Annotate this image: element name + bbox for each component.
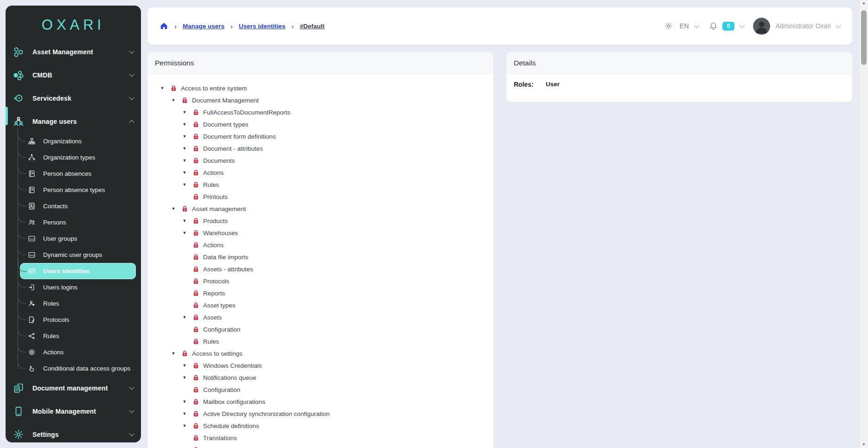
tree-item-printouts[interactable]: ▼Printouts xyxy=(147,191,493,203)
breadcrumb-link-users-identities[interactable]: Users identities xyxy=(239,23,286,30)
tree-item-label: Document - attributes xyxy=(203,145,263,152)
language-selector[interactable]: EN xyxy=(680,22,698,30)
tree-item-data-file-imports[interactable]: ▼Data file imports xyxy=(147,251,493,263)
tree-item-document-form-definitions[interactable]: ▼Document form definitions xyxy=(147,130,493,142)
tree-item-label: Asset types xyxy=(203,302,236,309)
sidebar-item-cmdb[interactable]: CMDB xyxy=(6,64,141,87)
lock-icon xyxy=(192,362,199,369)
tree-item-mailbox-configurations[interactable]: ▼Mailbox configurations xyxy=(147,396,493,408)
tree-item-configuration[interactable]: ▼Configuration xyxy=(147,384,493,396)
lock-icon xyxy=(192,193,199,200)
expander-icon[interactable]: ▼ xyxy=(182,171,187,175)
lock-icon xyxy=(192,109,199,116)
sidebar-item-label: Person absences xyxy=(43,170,91,177)
tree-item-warehouses[interactable]: ▼Warehouses xyxy=(147,227,493,239)
expander-icon[interactable]: ▼ xyxy=(182,364,187,368)
sidebar-item-mobile-management[interactable]: Mobile Management xyxy=(6,400,141,423)
tree-item-document-attributes[interactable]: ▼Document - attributes xyxy=(147,142,493,154)
expander-icon[interactable]: ▼ xyxy=(182,183,187,187)
expander-icon[interactable]: ▼ xyxy=(182,147,187,151)
user-groups-icon xyxy=(28,235,36,243)
sidebar-item-users-identities[interactable]: Users identities xyxy=(20,263,136,279)
tree-item-products[interactable]: ▼Products xyxy=(147,215,493,227)
sidebar-item-settings[interactable]: Settings xyxy=(6,423,141,446)
tree-item-rules[interactable]: ▼Rules xyxy=(147,179,493,191)
expander-icon[interactable]: ▼ xyxy=(182,412,187,416)
tree-item-protocols[interactable]: ▼Protocols xyxy=(147,275,493,287)
expander-icon[interactable]: ▼ xyxy=(160,86,165,90)
notifications-button[interactable]: 0 xyxy=(708,21,744,31)
expander-icon[interactable]: ▼ xyxy=(182,231,187,235)
actions-icon xyxy=(28,348,36,356)
chevron-down-icon xyxy=(836,23,841,28)
tree-item-document-types[interactable]: ▼Document types xyxy=(147,118,493,130)
expander-icon[interactable]: ▼ xyxy=(171,352,176,356)
expander-icon[interactable]: ▼ xyxy=(182,134,187,139)
tree-item-fullaccesstodocumentreports[interactable]: ▼FullAccessToDocumentReports xyxy=(147,106,493,118)
scrollbar-thumb[interactable] xyxy=(861,10,867,65)
tree-item-windows-credentials[interactable]: ▼Windows Credentials xyxy=(147,359,493,371)
lock-icon xyxy=(192,314,199,321)
tree-item-reports[interactable]: ▼Reports xyxy=(147,287,493,299)
sidebar-item-label: Protocols xyxy=(43,316,69,323)
lock-icon xyxy=(192,241,199,249)
tree-item-notifications-queue[interactable]: ▼Notifications queue xyxy=(147,371,493,384)
tree-item-label: Assets xyxy=(203,314,222,321)
tree-item-assets-attributes[interactable]: ▼Assets - attributes xyxy=(147,263,493,275)
sidebar-item-conditional-data-access-groups[interactable]: Conditional data access groups xyxy=(6,360,141,377)
sidebar-item-label: Actions xyxy=(43,349,64,356)
tree-item-access-to-settings[interactable]: ▼Access to settings xyxy=(147,347,493,359)
expander-icon[interactable]: ▼ xyxy=(182,110,187,115)
breadcrumb-link-manage-users[interactable]: Manage users xyxy=(183,23,224,30)
document-management-icon xyxy=(13,383,24,394)
tree-item-access-to-entire-system[interactable]: ▼Access to entire system xyxy=(147,82,493,94)
home-icon[interactable] xyxy=(160,22,168,30)
expander-icon[interactable]: ▼ xyxy=(182,219,187,223)
avatar xyxy=(753,18,770,35)
tree-item-actions[interactable]: ▼Actions xyxy=(147,239,493,251)
details-panel: Details Roles:User xyxy=(506,52,852,102)
tree-item-document-management[interactable]: ▼Document Management xyxy=(147,94,493,106)
expander-icon[interactable]: ▼ xyxy=(171,98,176,102)
breadcrumb-current[interactable]: #Default xyxy=(300,23,325,30)
expander-icon[interactable]: ▼ xyxy=(182,424,187,428)
tree-item-schedule-definitions[interactable]: ▼Schedule definitions xyxy=(147,420,493,432)
tree-item-rules[interactable]: ▼Rules xyxy=(147,335,493,347)
user-menu[interactable]: Administrator Oxari xyxy=(753,18,840,35)
sidebar-item-asset-management[interactable]: Asset Management xyxy=(6,40,141,64)
tree-item-asset-management[interactable]: ▼Asset management xyxy=(147,203,493,215)
sidebar-item-label: Manage users xyxy=(32,118,77,125)
sidebar-item-label: Persons xyxy=(43,219,66,226)
tree-item-documents[interactable]: ▼Documents xyxy=(147,154,493,166)
tree-item-network-scan-configurations[interactable]: ▼Network scan configurations xyxy=(147,444,493,448)
tree-item-label: Access to settings xyxy=(192,350,243,357)
sidebar-item-label: Person absence types xyxy=(43,186,105,193)
tree-item-label: Windows Credentials xyxy=(203,362,262,369)
expander-icon[interactable]: ▼ xyxy=(171,207,176,211)
tree-item-asset-types[interactable]: ▼Asset types xyxy=(147,299,493,311)
scroll-down-arrow[interactable]: ▼ xyxy=(860,442,868,448)
tree-item-label: Printouts xyxy=(203,193,228,200)
protocols-icon xyxy=(28,316,36,324)
lock-icon xyxy=(192,374,199,381)
page-scrollbar[interactable]: ▲ ▼ xyxy=(860,0,868,448)
expander-icon[interactable]: ▼ xyxy=(182,376,187,380)
tree-item-assets[interactable]: ▼Assets xyxy=(147,311,493,323)
sidebar-item-document-management[interactable]: Document management xyxy=(6,377,141,400)
sidebar-item-servicedesk[interactable]: Servicedesk xyxy=(6,87,141,110)
expander-icon[interactable]: ▼ xyxy=(182,159,187,163)
gear-icon[interactable] xyxy=(664,22,673,30)
users-identities-icon xyxy=(28,267,36,275)
sidebar-item-label: User groups xyxy=(43,235,77,242)
scroll-up-arrow[interactable]: ▲ xyxy=(860,0,868,6)
expander-icon[interactable]: ▼ xyxy=(182,122,187,127)
expander-icon[interactable]: ▼ xyxy=(182,400,187,404)
chevron-down-icon xyxy=(740,23,745,28)
tree-item-translations[interactable]: ▼Translations xyxy=(147,432,493,444)
tree-item-actions[interactable]: ▼Actions xyxy=(147,166,493,179)
topbar: ›Manage users›Users identities›#Default … xyxy=(147,7,852,45)
tree-item-active-directory-synchronization-configuration[interactable]: ▼Active Directory synchronization config… xyxy=(147,408,493,420)
tree-item-configuration[interactable]: ▼Configuration xyxy=(147,323,493,335)
expander-icon[interactable]: ▼ xyxy=(182,315,187,320)
servicedesk-icon xyxy=(13,93,24,104)
